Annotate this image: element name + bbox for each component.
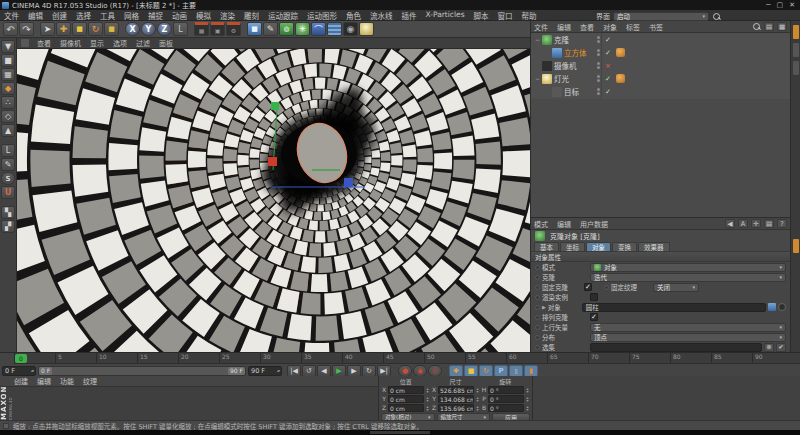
next-frame-icon[interactable]: ▶ xyxy=(347,365,361,377)
om-menu-item-对象[interactable]: 对象 xyxy=(603,22,617,32)
enabled-toggle[interactable]: × xyxy=(602,62,614,70)
mode-select[interactable]: 对象 xyxy=(590,263,786,272)
preview-range-slider[interactable]: 0 F 90 F xyxy=(38,366,246,376)
undo-icon[interactable]: ↶ xyxy=(3,22,18,36)
tab-基本[interactable]: 基本 xyxy=(534,242,559,251)
object-name[interactable]: 灯光 xyxy=(554,73,588,84)
quantize-icon[interactable]: ▞ xyxy=(1,220,15,233)
last-tool-icon[interactable]: ■ xyxy=(104,22,119,36)
live-selection-icon[interactable]: ➤ xyxy=(40,22,55,36)
visibility-dots[interactable] xyxy=(594,49,602,56)
keyframe-selection-icon[interactable]: ◎ xyxy=(428,365,442,377)
axis-handle-y[interactable] xyxy=(271,102,279,110)
key-rotation-toggle[interactable]: ↻ xyxy=(479,365,493,377)
tab-效果器[interactable]: 效果器 xyxy=(638,242,670,251)
menu-item-创建[interactable]: 创建 xyxy=(52,10,67,21)
render-region-icon[interactable]: ▣ xyxy=(210,22,225,36)
menu-item-选择[interactable]: 选择 xyxy=(76,10,91,21)
redo-icon[interactable]: ↷ xyxy=(19,22,34,36)
lock-y-icon[interactable]: Y xyxy=(141,22,156,36)
om-path-icon[interactable]: ▦ xyxy=(777,22,787,31)
om-menu-item-查看[interactable]: 查看 xyxy=(580,22,594,32)
enabled-toggle[interactable]: ✓ xyxy=(602,75,614,83)
anim-dot[interactable] xyxy=(604,285,609,290)
collapse-icon[interactable]: − xyxy=(533,36,542,43)
maximize-button[interactable]: ▢ xyxy=(777,1,784,9)
close-button[interactable]: ✕ xyxy=(789,1,795,9)
stepper-icon[interactable]: ▴▾ xyxy=(525,405,530,411)
attr-menu-item-编辑[interactable]: 编辑 xyxy=(557,219,571,229)
rotation-field[interactable]: 0 ° xyxy=(488,395,524,403)
tab-坐标[interactable]: 坐标 xyxy=(560,242,585,251)
menu-item-工具[interactable]: 工具 xyxy=(100,10,115,21)
polygons-mode-icon[interactable]: ▲ xyxy=(1,124,15,137)
enabled-toggle[interactable]: ✓ xyxy=(602,49,614,57)
clone-select[interactable]: 迭代 xyxy=(590,273,786,282)
anim-dot[interactable] xyxy=(535,315,540,320)
key-pla-toggle[interactable]: ⣿ xyxy=(509,365,523,377)
add-environment-icon[interactable] xyxy=(327,22,342,36)
viewport-menu-item-查看[interactable]: 查看 xyxy=(37,38,51,48)
object-tree-row[interactable]: −灯光✓ xyxy=(531,72,790,85)
selection-clear-icon[interactable]: ⊗ xyxy=(764,343,774,352)
goto-start-icon[interactable]: |◀ xyxy=(287,365,301,377)
layout-search-icon[interactable] xyxy=(712,12,721,21)
attr-pick-icon[interactable]: ✛ xyxy=(751,219,761,228)
keyframe-presets-icon[interactable]: ▮ xyxy=(524,365,538,377)
rotate-tool-icon[interactable]: ↻ xyxy=(88,22,103,36)
autokey-icon[interactable]: ◉ xyxy=(413,365,427,377)
tab-变换[interactable]: 变换 xyxy=(612,242,637,251)
object-tree-row[interactable]: 立方体✓ xyxy=(531,46,790,59)
anim-dot[interactable] xyxy=(535,325,540,330)
timeline-ruler[interactable]: 0 051015202530354045505560657075808590 xyxy=(14,353,800,364)
add-camera-icon[interactable]: ◉ xyxy=(343,22,358,36)
range-start-grip[interactable]: 0 F xyxy=(39,367,52,375)
position-field[interactable]: 0 cm xyxy=(388,395,424,403)
dock-tab-objects[interactable] xyxy=(793,25,799,39)
magnet-icon[interactable]: U xyxy=(1,186,15,199)
interface-select[interactable]: 启动 xyxy=(613,12,709,21)
expand-caret-icon[interactable]: ▶ xyxy=(542,304,546,310)
fix-clone-checkbox[interactable]: ✓ xyxy=(584,283,592,291)
viewport-menu-item-显示[interactable]: 显示 xyxy=(90,38,104,48)
menu-item-角色[interactable]: 角色 xyxy=(346,10,361,21)
current-frame-field[interactable]: 0 F xyxy=(2,366,36,376)
add-cube-icon[interactable]: ■ xyxy=(247,22,262,36)
record-keyframe-icon[interactable]: ● xyxy=(398,365,412,377)
object-tree-row[interactable]: 摄像机× xyxy=(531,59,790,72)
axis-handle-z[interactable] xyxy=(344,178,353,187)
add-deformer-icon[interactable]: ⌒ xyxy=(311,22,326,36)
lock-x-icon[interactable]: X xyxy=(125,22,140,36)
snap-icon[interactable]: ▚ xyxy=(1,206,15,219)
visibility-dots[interactable] xyxy=(594,36,602,43)
visibility-dots[interactable] xyxy=(594,88,602,95)
menu-item-脚本[interactable]: 脚本 xyxy=(474,10,489,21)
stepper-icon[interactable]: ▴▾ xyxy=(475,405,480,411)
selection-accept-icon[interactable]: ✔ xyxy=(776,343,786,352)
prev-frame-icon[interactable]: ◀ xyxy=(317,365,331,377)
dock-tab-attributes[interactable] xyxy=(793,239,799,253)
menu-item-文件[interactable]: 文件 xyxy=(4,10,19,21)
add-light-icon[interactable] xyxy=(359,22,374,36)
distribution-select[interactable]: 顶点 xyxy=(590,333,786,342)
menu-item-动画[interactable]: 动画 xyxy=(172,10,187,21)
playhead[interactable]: 0 xyxy=(15,354,27,363)
minimize-button[interactable]: ─ xyxy=(766,1,770,9)
phong-tag-icon[interactable] xyxy=(616,74,625,83)
menu-item-帮助[interactable]: 帮助 xyxy=(522,10,537,21)
dock-tab[interactable] xyxy=(793,61,799,75)
main-viewport[interactable]: 查看摄像机显示选项过滤面板 xyxy=(17,38,530,352)
anim-dot[interactable] xyxy=(535,295,540,300)
add-mograph-icon[interactable]: ✳ xyxy=(295,22,310,36)
attr-help-icon[interactable]: ? xyxy=(777,219,787,228)
key-scale-toggle[interactable]: ■ xyxy=(464,365,478,377)
lock-z-icon[interactable]: Z xyxy=(157,22,172,36)
size-field[interactable]: 526.685 cm xyxy=(438,386,474,394)
viewport-menu-item-选项[interactable]: 选项 xyxy=(113,38,127,48)
object-name[interactable]: 目标 xyxy=(564,86,598,97)
play-backward-icon[interactable]: ↺ xyxy=(302,365,316,377)
size-field[interactable]: 134.068 cm xyxy=(438,395,474,403)
solo-icon[interactable]: S xyxy=(1,172,15,185)
edges-mode-icon[interactable]: ◇ xyxy=(1,110,15,123)
enabled-toggle[interactable]: ✓ xyxy=(602,88,614,96)
